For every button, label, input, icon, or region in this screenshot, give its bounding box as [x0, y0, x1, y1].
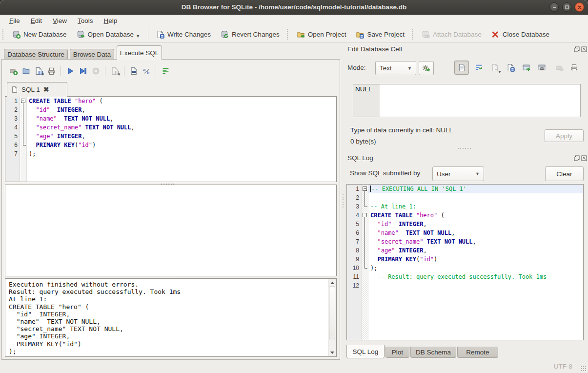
- menu-item-edit[interactable]: Edit: [26, 16, 46, 25]
- toolbar-separator: [61, 66, 61, 76]
- copy-link-button[interactable]: [534, 61, 549, 75]
- menu-item-file[interactable]: File: [5, 16, 24, 25]
- write-changes-button[interactable]: Write Changes: [151, 28, 216, 41]
- fold-collapse-icon[interactable]: [20, 97, 27, 105]
- bottom-tab-sql-log[interactable]: SQL Log: [346, 345, 385, 358]
- print-button[interactable]: [45, 64, 58, 77]
- apply-button[interactable]: Apply: [545, 129, 584, 142]
- code-text: CREATE TABLE "hero" (: [27, 97, 336, 105]
- close-panel-icon[interactable]: [581, 46, 587, 52]
- execution-log-pane[interactable]: Execution finished without errors. Resul…: [5, 278, 337, 357]
- close-tab-icon[interactable]: ✖: [43, 86, 49, 93]
- print-button[interactable]: [567, 61, 581, 75]
- float-panel-icon[interactable]: [574, 155, 580, 161]
- float-panel-icon[interactable]: [574, 46, 580, 52]
- scrollbar-thumb[interactable]: [329, 287, 335, 339]
- sql-editor-tab[interactable]: SQL 1 ✖: [7, 82, 67, 97]
- splitter-main-vertical[interactable]: [342, 194, 344, 207]
- cell-value-editor[interactable]: NULL: [353, 84, 581, 117]
- text-mode-button[interactable]: [454, 61, 469, 75]
- sql-log-view[interactable]: 1-- EXECUTING ALL IN 'SQL 1'2--3-- At li…: [346, 184, 584, 340]
- code-line: 10);: [347, 264, 583, 272]
- bottom-tab-db-schema[interactable]: DB Schema: [410, 347, 456, 358]
- toolbar-handle[interactable]: [1, 29, 6, 41]
- tab-database-structure[interactable]: Database Structure: [4, 49, 68, 60]
- scroll-down-icon[interactable]: [328, 349, 336, 356]
- fold-collapse-icon[interactable]: [362, 185, 368, 193]
- import-data-button[interactable]: ▼: [487, 61, 502, 75]
- chevron-down-icon[interactable]: ▼: [117, 73, 121, 77]
- open-database-button[interactable]: Open Database▼: [72, 28, 145, 41]
- stop-button[interactable]: [89, 64, 102, 77]
- mode-select[interactable]: Text ▼: [375, 61, 416, 75]
- line-number: 4: [5, 123, 20, 132]
- tab-execute-sql[interactable]: Execute SQL: [117, 45, 162, 60]
- code-text: );: [27, 149, 336, 158]
- code-text: PRIMARY KEY("id"): [368, 255, 583, 264]
- tab-browse-data[interactable]: Browse Data: [70, 49, 114, 60]
- submitted-by-select[interactable]: User ▼: [432, 166, 484, 181]
- minimize-icon: [552, 5, 557, 10]
- chevron-down-icon[interactable]: ▼: [498, 70, 502, 74]
- save-results-button[interactable]: ▼: [108, 64, 121, 77]
- menu-item-view[interactable]: View: [48, 16, 71, 25]
- fold-guide: [20, 105, 27, 114]
- toolbar-button-label: Save Project: [367, 31, 405, 38]
- attach-database-button[interactable]: Attach Database: [417, 28, 487, 41]
- sql-editor[interactable]: 1CREATE TABLE "hero" (2 "id" INTEGER,3 "…: [5, 96, 337, 182]
- apply-mode-button[interactable]: [419, 61, 434, 75]
- code-line: 6 PRIMARY KEY("id"): [5, 141, 336, 149]
- open-project-icon: [297, 30, 305, 39]
- title-bar[interactable]: DB Browser for SQLite - /home/user/code/…: [0, 0, 588, 15]
- code-text: [368, 281, 583, 290]
- export-data-button[interactable]: [519, 61, 533, 75]
- menu-item-tools[interactable]: Tools: [73, 16, 98, 25]
- find-replace-button[interactable]: ab: [140, 64, 153, 77]
- menu-item-help[interactable]: Help: [100, 16, 122, 25]
- results-grid-pane[interactable]: [5, 185, 337, 276]
- execution-log-scrollbar[interactable]: [328, 279, 336, 356]
- save-sql-file-button[interactable]: ▼: [32, 64, 45, 77]
- open-project-button[interactable]: Open Project: [292, 28, 351, 41]
- chevron-down-icon[interactable]: ▼: [136, 34, 140, 39]
- fold-collapse-icon[interactable]: [362, 211, 368, 220]
- close-button[interactable]: [575, 2, 584, 12]
- encoding-label[interactable]: UTF-8: [554, 363, 572, 370]
- set-null-button[interactable]: [552, 61, 567, 75]
- clear-button[interactable]: Clear: [545, 166, 584, 181]
- sql-log-panel-title: SQL Log: [347, 154, 373, 162]
- mode-label: Mode:: [347, 64, 366, 71]
- close-panel-icon[interactable]: [581, 155, 587, 161]
- code-line: 7);: [5, 149, 336, 158]
- toolbar-handle[interactable]: [286, 29, 290, 41]
- chevron-down-icon[interactable]: ▼: [41, 73, 45, 77]
- close-database-button[interactable]: Close Database: [487, 28, 554, 41]
- revert-changes-button[interactable]: Revert Changes: [216, 28, 284, 41]
- find-button[interactable]: [127, 64, 140, 77]
- save-as-button[interactable]: [503, 61, 518, 75]
- minimize-button[interactable]: [549, 2, 559, 12]
- bottom-tab-plot[interactable]: Plot: [385, 347, 409, 358]
- execute-line-button[interactable]: [77, 64, 89, 77]
- toolbar-handle[interactable]: [411, 29, 415, 41]
- open-sql-file-button[interactable]: [20, 64, 32, 77]
- apply-gear-icon: [422, 64, 430, 72]
- fold-guide-end: [362, 264, 368, 272]
- toolbar-separator: [156, 66, 156, 76]
- scroll-up-icon[interactable]: [328, 279, 336, 286]
- code-line: 5 "age" INTEGER,: [5, 132, 336, 141]
- save-project-button[interactable]: Save Project: [351, 28, 409, 41]
- resize-grip[interactable]: [581, 366, 587, 372]
- copy-link-icon: [538, 63, 546, 72]
- splitter-cell-log[interactable]: [458, 147, 471, 149]
- code-text: -- Result: query executed successfully. …: [368, 272, 583, 281]
- fold-guide: [20, 114, 27, 123]
- word-wrap-button[interactable]: [471, 61, 486, 75]
- save-project-icon: [356, 30, 364, 39]
- execute-all-button[interactable]: [64, 64, 77, 77]
- maximize-button[interactable]: [562, 2, 571, 12]
- format-sql-button[interactable]: [159, 64, 172, 77]
- new-tab-button[interactable]: [7, 64, 20, 77]
- new-database-button[interactable]: New Database: [7, 28, 72, 41]
- bottom-tab-remote[interactable]: Remote: [457, 347, 498, 358]
